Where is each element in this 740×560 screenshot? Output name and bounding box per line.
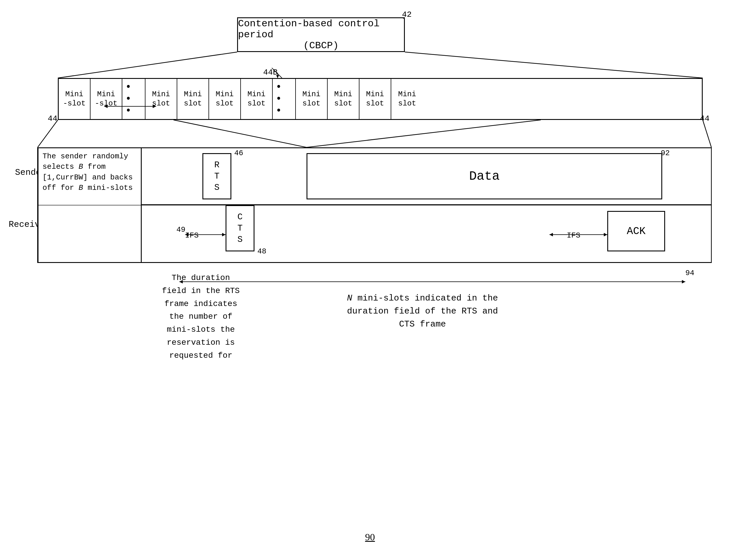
ifs-right-label: IFS xyxy=(567,231,580,240)
data-box: Data xyxy=(306,153,662,199)
minislot-cell-1: Mini-slot xyxy=(59,79,91,119)
n-minislots-line3: CTS frame xyxy=(347,318,498,331)
svg-line-1 xyxy=(58,52,237,78)
rts-box: RTS xyxy=(202,153,232,199)
label-42: 42 xyxy=(402,10,412,19)
data-label: Data xyxy=(469,169,500,184)
diagram: Contention-based control period (CBCP) 4… xyxy=(0,0,740,560)
minislot-cell-7: Minislot xyxy=(296,79,328,119)
ifs-left-label: IFS xyxy=(185,231,199,240)
duration-text: The duration field in the RTS frame indi… xyxy=(162,271,240,362)
duration-line5: mini-slots the xyxy=(162,323,240,336)
n-minislots-line1: N mini-slots indicated in the xyxy=(347,292,498,305)
cbcp-box: Contention-based control period (CBCP) xyxy=(237,17,405,52)
duration-line3: frame indicates xyxy=(162,298,240,311)
minislot-row: Mini-slot Mini-slot • • • Minislot Minis… xyxy=(58,78,703,120)
svg-line-8 xyxy=(37,120,58,147)
svg-line-2 xyxy=(405,52,703,78)
minislot-cell-6: Minislot xyxy=(241,79,273,119)
minislot-cell-8: Minislot xyxy=(328,79,359,119)
ack-label: ACK xyxy=(627,225,646,237)
label-44B: 44B xyxy=(263,68,278,77)
label-46: 46 xyxy=(234,149,243,157)
page-number: 90 xyxy=(365,532,375,543)
duration-line2: field in the RTS xyxy=(162,285,240,298)
minislot-dots-mid: • • • xyxy=(273,79,296,119)
label-92: 92 xyxy=(661,149,670,157)
label-49: 49 xyxy=(176,225,185,234)
cbcp-title-line1: Contention-based control period xyxy=(238,18,404,40)
minislot-cell-10: Minislot xyxy=(391,79,423,119)
minislot-cell-9: Minislot xyxy=(359,79,391,119)
duration-line1: The duration xyxy=(162,271,240,285)
label-44-left: 44 xyxy=(48,114,58,123)
label-44-right: 44 xyxy=(700,114,710,123)
duration-line4: the number of xyxy=(162,310,240,323)
minislot-cell-3: Minislot xyxy=(146,79,177,119)
ack-box: ACK xyxy=(607,211,665,251)
minislot-cell-4: Minislot xyxy=(177,79,209,119)
svg-line-10 xyxy=(306,120,541,147)
sender-text-box: The sender randomly selects B from [1,Cu… xyxy=(37,147,142,263)
svg-line-9 xyxy=(174,120,306,147)
cbcp-title-line2: (CBCP) xyxy=(303,40,339,51)
label-48: 48 xyxy=(257,247,266,256)
minislot-cell-2: Mini-slot xyxy=(91,79,122,119)
duration-line6: reservation is xyxy=(162,336,240,349)
svg-line-11 xyxy=(703,120,711,147)
minislot-dots-left: • • • xyxy=(122,79,146,119)
n-minislots-text: N mini-slots indicated in the duration f… xyxy=(347,292,498,331)
cts-box: CTS xyxy=(225,205,255,251)
minislot-cell-5: Minislot xyxy=(209,79,241,119)
svg-marker-23 xyxy=(682,280,685,284)
n-minislots-line2: duration field of the RTS and xyxy=(347,305,498,318)
duration-line7: requested for xyxy=(162,349,240,362)
label-94: 94 xyxy=(685,269,694,277)
